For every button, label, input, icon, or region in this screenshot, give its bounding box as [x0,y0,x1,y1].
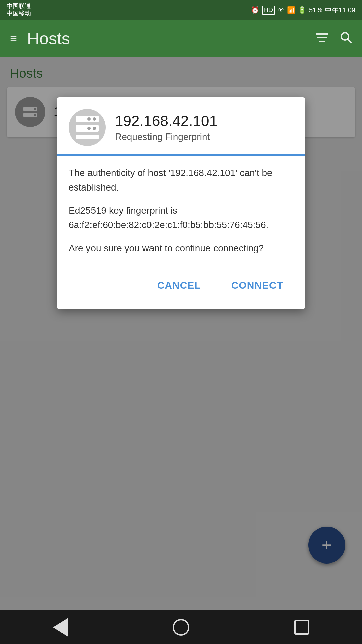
cancel-button[interactable]: CANCEL [145,274,213,297]
carrier-info: 中国联通 中国移动 [7,3,31,17]
back-button[interactable] [50,617,70,637]
dialog-body: The authenticity of host '192.168.42.101… [57,156,305,267]
battery-icon: 🔋 [298,6,306,14]
dialog-body-text2: Ed25519 key fingerprint is 6a:f2:ef:60:b… [69,203,293,232]
page-title: Hosts [27,29,316,48]
menu-button[interactable]: ≡ [10,32,17,46]
page-wrapper: 中国联通 中国移动 ⏰ HD 👁 📶 🔋 51% 中午11:09 ≡ Hosts [0,0,362,644]
home-icon [173,619,189,636]
alarm-icon: ⏰ [251,6,259,14]
fingerprint-dialog: 192.168.42.101 Requesting Fingerprint Th… [57,97,305,309]
status-bar: 中国联通 中国移动 ⏰ HD 👁 📶 🔋 51% 中午11:09 [0,0,362,20]
back-icon [53,618,68,637]
battery-percent: 51% [309,6,322,14]
app-bar: ≡ Hosts [0,20,362,57]
home-button[interactable] [171,617,191,637]
time-display: 中午11:09 [325,6,355,15]
recent-button[interactable] [292,617,312,637]
dialog-title-block: 192.168.42.101 Requesting Fingerprint [115,113,218,142]
content-area: Hosts 144.202.97.33 [0,57,362,610]
dialog-subtitle: Requesting Fingerprint [115,131,218,142]
dialog-body-text3: Are you sure you want to continue connec… [69,241,293,255]
status-icons: ⏰ HD 👁 📶 🔋 51% 中午11:09 [251,6,355,15]
carrier2: 中国移动 [7,10,31,17]
dialog-body-text1: The authenticity of host '192.168.42.101… [69,166,293,195]
connect-button[interactable]: CONNECT [220,274,295,297]
dialog-header: 192.168.42.101 Requesting Fingerprint [57,97,305,146]
search-button[interactable] [340,31,352,46]
filter-button[interactable] [316,32,328,45]
dialog-ip: 192.168.42.101 [115,113,218,129]
dialog-overlay: 192.168.42.101 Requesting Fingerprint Th… [0,57,362,610]
recent-icon [294,620,309,635]
eye-icon: 👁 [278,6,284,14]
signal-icon: 📶 [287,6,295,14]
svg-line-4 [348,39,351,43]
nav-bar [0,610,362,644]
server-icon [76,116,99,139]
dialog-host-icon [69,109,106,146]
dialog-actions: CANCEL CONNECT [57,267,305,309]
app-bar-actions [316,31,352,46]
carrier1: 中国联通 [7,3,31,10]
hd-icon: HD [262,6,275,15]
